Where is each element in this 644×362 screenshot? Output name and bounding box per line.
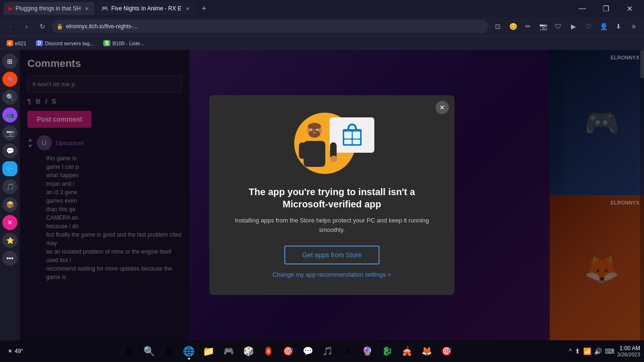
tab2-close[interactable]: ✕ [184, 5, 191, 12]
sidebar-box[interactable]: 📦 [2, 197, 17, 212]
address-text: elronnyx.itch.io/five-nights-... [66, 23, 138, 30]
address-bar[interactable]: 🔒 elronnyx.itch.io/five-nights-... [52, 20, 488, 33]
modal-illustration [289, 110, 374, 176]
bookmark-discord[interactable]: D Discord servers tag... [33, 39, 97, 47]
weather-widget[interactable]: ☀ 49° [4, 346, 27, 356]
modal-description: Installing apps from the Store helps pro… [228, 216, 436, 234]
taskbar-game1[interactable]: 🎮 [219, 342, 238, 361]
taskbar-edge[interactable]: 🌐 [180, 342, 198, 361]
taskbar-search[interactable]: 🔍 [140, 342, 159, 361]
new-tab-button[interactable]: + [198, 2, 211, 15]
window-controls: — ❐ ✕ [571, 0, 640, 17]
taskbar-app5[interactable]: ⚔ [338, 342, 357, 361]
taskbar-app7[interactable]: 🐉 [378, 342, 396, 361]
sidebar-toggle[interactable]: ⊡ [491, 20, 504, 33]
share-icon[interactable]: ▶ [567, 20, 580, 33]
nav-icons: ⊡ 😊 ✏ 📷 🛡 ▶ ♡ 👤 ⬇ ≡ [491, 20, 640, 33]
get-apps-button[interactable]: Get apps from Store [284, 246, 380, 264]
taskbar: ☀ 49° ⊞ 🔍 ⧉ 🌐 📁 🎮 🎲 🏮 🎯 💬 🎵 ⚔ 🔮 🐉 🎪 🦊 🎯 … [0, 340, 644, 362]
taskbar-items: ⊞ 🔍 ⧉ 🌐 📁 🎮 🎲 🏮 🎯 💬 🎵 ⚔ 🔮 🐉 🎪 🦊 🎯 ··· [29, 342, 567, 361]
tab2-favicon: 🎮 [101, 5, 108, 12]
sidebar-camera[interactable]: 📷 [2, 125, 17, 140]
sidebar-twitch[interactable]: 📺 [2, 107, 17, 123]
tab-2[interactable]: 🎮 Five Nights In Anime - RX E ✕ [97, 2, 196, 15]
taskbar-app8[interactable]: 🎪 [397, 342, 416, 361]
sidebar-music[interactable]: 🎵 [2, 179, 17, 194]
weather-temp: 49° [15, 348, 23, 354]
camera-icon[interactable]: 📷 [537, 20, 550, 33]
maximize-button[interactable]: ❐ [595, 0, 617, 17]
sidebar-x[interactable]: ✕ [2, 215, 17, 230]
svg-rect-16 [344, 140, 352, 144]
bookmarks-bar: e e621 D Discord servers tag... B B100 -… [0, 36, 644, 50]
svg-point-9 [312, 129, 313, 130]
bookmark-e621-icon: e [7, 40, 13, 46]
browser-window: ▶ Plugging things in that SH ✕ 🎮 Five Ni… [0, 0, 644, 362]
tab1-favicon: ▶ [8, 5, 13, 12]
tab2-title: Five Nights In Anime - RX E [111, 5, 182, 12]
taskbar-start[interactable]: ⊞ [120, 342, 139, 361]
person-icon[interactable]: 👤 [597, 20, 610, 33]
svg-rect-14 [344, 132, 352, 139]
screenshot-icon[interactable]: ✏ [521, 20, 535, 33]
svg-rect-15 [353, 132, 360, 139]
store-bag-icon [340, 122, 364, 148]
bookmark-discord-icon: D [36, 40, 43, 46]
modal-close-button[interactable]: ✕ [436, 101, 449, 114]
bookmark-b100[interactable]: B B100 - Liste... [100, 39, 147, 47]
bookmark-e621-label: e621 [15, 41, 26, 46]
tray-wifi[interactable]: 📶 [583, 347, 591, 355]
taskbar-discord[interactable]: 💬 [298, 342, 317, 361]
sidebar-search[interactable]: 🔍 [2, 90, 17, 105]
tab-1[interactable]: ▶ Plugging things in that SH ✕ [4, 2, 95, 15]
svg-rect-17 [353, 140, 360, 144]
main-content-area: ⊞ 👾 🔍 📺 📷 💬 🐦 🎵 📦 ✕ ⭐ ••• Comments it wo… [0, 50, 644, 340]
taskbar-explorer[interactable]: 📁 [199, 342, 218, 361]
svg-point-11 [313, 132, 316, 133]
emoji-icon[interactable]: 😊 [506, 20, 520, 33]
taskbar-date-text: 3/26/2023 [617, 352, 640, 357]
sidebar-twitter[interactable]: 🐦 [2, 161, 17, 176]
download-icon[interactable]: ⬇ [612, 20, 625, 33]
bookmark-b100-icon: B [103, 40, 110, 46]
taskbar-app10[interactable]: 🎯 [437, 342, 456, 361]
minimize-button[interactable]: — [571, 0, 593, 17]
refresh-button[interactable]: ↻ [36, 20, 49, 33]
taskbar-game4[interactable]: 🎯 [279, 342, 297, 361]
bookmark-b100-label: B100 - Liste... [112, 41, 144, 46]
page-content: Comments it won't let me p ¶ B I S Post … [20, 50, 644, 340]
sidebar-brand[interactable]: 👾 [2, 72, 17, 87]
taskbar-tray: ^ ⬆ 📶 🔊 ⌨ 1:00 AM 3/26/2023 [569, 345, 640, 357]
taskbar-music[interactable]: 🎵 [318, 342, 337, 361]
taskbar-clock[interactable]: 1:00 AM 3/26/2023 [617, 345, 640, 357]
sidebar-star[interactable]: ⭐ [2, 233, 17, 248]
tray-keyboard[interactable]: ⌨ [605, 347, 614, 355]
taskbar-game3[interactable]: 🏮 [259, 342, 278, 361]
tray-update[interactable]: ⬆ [575, 347, 580, 355]
sidebar-more[interactable]: ••• [2, 251, 17, 266]
taskbar-app6[interactable]: 🔮 [358, 342, 377, 361]
sidebar-home[interactable]: ⊞ [2, 54, 17, 69]
tray-chevron[interactable]: ^ [569, 347, 572, 355]
menu-icon[interactable]: ≡ [627, 20, 640, 33]
change-settings-link[interactable]: Change my app recommendation settings > [272, 271, 391, 278]
taskbar-app9[interactable]: 🦊 [417, 342, 436, 361]
taskbar-more[interactable]: ··· [457, 342, 476, 361]
bookmark-e621[interactable]: e e621 [4, 39, 29, 47]
shield-icon[interactable]: 🛡 [552, 20, 565, 33]
taskbar-game2[interactable]: 🎲 [239, 342, 258, 361]
app-sidebar: ⊞ 👾 🔍 📺 📷 💬 🐦 🎵 📦 ✕ ⭐ ••• [0, 50, 20, 340]
forward-button[interactable]: › [20, 20, 33, 33]
sidebar-discord[interactable]: 💬 [2, 143, 17, 158]
svg-point-10 [317, 129, 318, 130]
taskbar-taskview[interactable]: ⧉ [160, 342, 179, 361]
heart-icon[interactable]: ♡ [582, 20, 595, 33]
bookmark-discord-label: Discord servers tag... [45, 41, 94, 46]
back-button[interactable]: ‹ [4, 20, 17, 33]
close-button[interactable]: ✕ [619, 0, 640, 17]
svg-rect-3 [304, 141, 325, 167]
svg-point-6 [330, 156, 337, 162]
tab1-title: Plugging things in that SH [16, 5, 81, 12]
tray-volume[interactable]: 🔊 [594, 347, 602, 355]
tab1-close[interactable]: ✕ [83, 5, 90, 12]
